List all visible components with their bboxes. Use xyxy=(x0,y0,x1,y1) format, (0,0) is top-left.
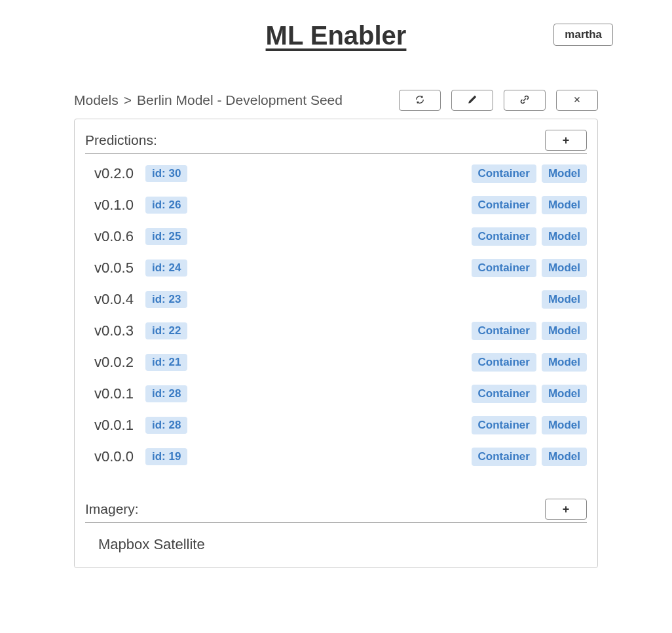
breadcrumb: Models > Berlin Model - Development Seed xyxy=(74,92,343,108)
prediction-id-badge: id: 28 xyxy=(145,385,187,402)
predictions-list: v0.2.0id: 30ContainerModelv0.1.0id: 26Co… xyxy=(85,158,587,472)
pencil-icon xyxy=(468,95,477,106)
toolbar xyxy=(399,90,598,111)
prediction-row[interactable]: v0.0.3id: 22ContainerModel xyxy=(85,315,587,347)
edit-button[interactable] xyxy=(451,90,493,111)
prediction-row[interactable]: v0.1.0id: 26ContainerModel xyxy=(85,189,587,221)
prediction-tag-badge: Model xyxy=(542,322,587,340)
prediction-version: v0.0.4 xyxy=(94,291,139,308)
user-menu-button[interactable]: martha xyxy=(553,24,613,46)
refresh-icon xyxy=(415,95,424,106)
prediction-row[interactable]: v0.0.0id: 19ContainerModel xyxy=(85,441,587,472)
prediction-version: v0.0.3 xyxy=(94,322,139,339)
prediction-id-badge: id: 22 xyxy=(145,322,187,339)
page-title[interactable]: ML Enabler xyxy=(266,21,407,50)
imagery-section-title: Imagery: xyxy=(85,501,139,517)
model-panel: Predictions: + v0.2.0id: 30ContainerMode… xyxy=(74,119,598,568)
prediction-id-badge: id: 25 xyxy=(145,228,187,245)
prediction-version: v0.0.6 xyxy=(94,228,139,245)
prediction-id-badge: id: 21 xyxy=(145,354,187,371)
prediction-row[interactable]: v0.0.6id: 25ContainerModel xyxy=(85,221,587,252)
prediction-id-badge: id: 26 xyxy=(145,197,187,214)
prediction-tag-badge: Model xyxy=(542,416,587,434)
prediction-row[interactable]: v0.2.0id: 30ContainerModel xyxy=(85,158,587,189)
prediction-tag-badge: Container xyxy=(472,322,536,340)
prediction-tag-badge: Model xyxy=(542,196,587,214)
prediction-tag-badge: Model xyxy=(542,385,587,403)
breadcrumb-models-link[interactable]: Models xyxy=(74,92,119,108)
prediction-tag-badge: Container xyxy=(472,259,536,277)
close-button[interactable] xyxy=(556,90,598,111)
prediction-version: v0.0.1 xyxy=(94,417,139,434)
prediction-version: v0.0.2 xyxy=(94,354,139,371)
prediction-tag-badge: Container xyxy=(472,448,536,466)
prediction-version: v0.2.0 xyxy=(94,165,139,182)
prediction-tag-badge: Container xyxy=(472,416,536,434)
prediction-id-badge: id: 30 xyxy=(145,165,187,182)
link-button[interactable] xyxy=(504,90,546,111)
add-prediction-button[interactable]: + xyxy=(545,130,587,151)
prediction-row[interactable]: v0.0.2id: 21ContainerModel xyxy=(85,347,587,378)
prediction-tag-badge: Model xyxy=(542,259,587,277)
prediction-version: v0.0.5 xyxy=(94,259,139,277)
refresh-button[interactable] xyxy=(399,90,441,111)
prediction-row[interactable]: v0.0.4id: 23Model xyxy=(85,284,587,315)
imagery-item[interactable]: Mapbox Satellite xyxy=(85,527,587,557)
prediction-tag-badge: Model xyxy=(542,448,587,466)
prediction-tag-badge: Model xyxy=(542,227,587,246)
prediction-id-badge: id: 23 xyxy=(145,291,187,308)
close-icon xyxy=(572,95,582,106)
prediction-version: v0.0.1 xyxy=(94,385,139,402)
prediction-version: v0.0.0 xyxy=(94,448,139,465)
prediction-tag-badge: Model xyxy=(542,164,587,183)
prediction-tag-badge: Model xyxy=(542,290,587,309)
prediction-id-badge: id: 24 xyxy=(145,259,187,277)
prediction-id-badge: id: 28 xyxy=(145,417,187,434)
prediction-row[interactable]: v0.0.5id: 24ContainerModel xyxy=(85,252,587,284)
prediction-tag-badge: Container xyxy=(472,164,536,183)
prediction-row[interactable]: v0.0.1id: 28ContainerModel xyxy=(85,410,587,441)
prediction-version: v0.1.0 xyxy=(94,197,139,214)
add-imagery-button[interactable]: + xyxy=(545,499,587,520)
breadcrumb-separator: > xyxy=(124,92,132,108)
prediction-tag-badge: Container xyxy=(472,353,536,372)
prediction-id-badge: id: 19 xyxy=(145,448,187,465)
link-icon xyxy=(520,95,529,106)
prediction-tag-badge: Container xyxy=(472,196,536,214)
prediction-tag-badge: Model xyxy=(542,353,587,372)
imagery-list: Mapbox Satellite xyxy=(85,527,587,557)
breadcrumb-current: Berlin Model - Development Seed xyxy=(137,92,343,108)
prediction-row[interactable]: v0.0.1id: 28ContainerModel xyxy=(85,378,587,410)
predictions-section-title: Predictions: xyxy=(85,132,157,148)
prediction-tag-badge: Container xyxy=(472,227,536,246)
prediction-tag-badge: Container xyxy=(472,385,536,403)
